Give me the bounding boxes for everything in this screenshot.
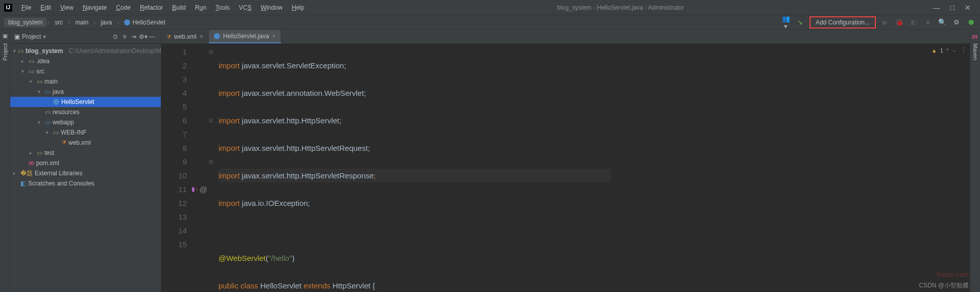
code-token: import	[218, 61, 242, 70]
chevron-up-icon: ^	[946, 47, 949, 54]
menu-build[interactable]: Build	[168, 2, 190, 13]
code-content[interactable]: import javax.servlet.ServletException; i…	[214, 44, 611, 292]
close-button[interactable]: ✕	[965, 4, 971, 12]
hammer-icon[interactable]: ↘	[795, 18, 805, 26]
tree-label: WEB-INF	[61, 129, 87, 136]
project-icon: ▣	[14, 33, 20, 40]
scratch-icon: ◧	[20, 180, 26, 187]
override-icon[interactable]	[192, 187, 194, 192]
tree-label: HelloServlet	[61, 98, 94, 105]
annotation-icon: @	[200, 182, 207, 196]
gear-icon[interactable]: ⚙▾	[138, 33, 148, 40]
tree-helloservlet[interactable]: HelloServlet	[10, 97, 161, 107]
tree-label: java	[53, 88, 64, 95]
tree-resources[interactable]: ▭resources	[10, 107, 161, 117]
fold-marker[interactable]: ⊟	[207, 155, 214, 169]
maven-icon: m	[29, 160, 34, 167]
inspection-widget[interactable]: ▲1 ^ ⌄	[932, 47, 957, 54]
module-icon: ▭	[18, 47, 23, 55]
menu-file[interactable]: File	[17, 2, 35, 13]
warning-icon: ▲	[932, 47, 937, 54]
class-icon	[53, 99, 59, 105]
minimize-button[interactable]: —	[933, 4, 940, 12]
maven-tool-icon[interactable]: m	[972, 33, 978, 39]
breadcrumb-src[interactable]: src	[51, 18, 67, 27]
tab-webxml[interactable]: ⧩web.xml×	[161, 30, 209, 43]
tree-idea[interactable]: ▸▭.idea	[10, 56, 161, 66]
menu-tools[interactable]: Tools	[211, 2, 234, 13]
line-number: 9	[161, 155, 187, 169]
tree-test[interactable]: ▸▭test	[10, 148, 161, 158]
app-icon: IJ	[4, 4, 12, 12]
fold-gutter: ⊟ ⊟ ⊟	[207, 44, 214, 292]
more-icon[interactable]: ⋮	[961, 46, 967, 53]
code-token: import	[218, 199, 242, 207]
menu-code[interactable]: Code	[112, 2, 135, 13]
code-token: HttpServlet	[332, 281, 372, 290]
window-controls: — □ ✕	[933, 4, 976, 12]
line-number: 7	[161, 127, 187, 141]
tree-pom[interactable]: mpom.xml	[10, 158, 161, 168]
menu-navigate[interactable]: Navigate	[79, 2, 111, 13]
add-configuration-button[interactable]: Add Configuration...	[810, 16, 876, 29]
run-icon[interactable]: ▶	[880, 18, 890, 26]
code-token: javax.servlet.ServletException;	[242, 61, 346, 70]
tree-main[interactable]: ▾▭main	[10, 76, 161, 87]
code-token: public class	[218, 281, 260, 290]
project-tool-label[interactable]: Project	[2, 43, 8, 61]
tree-scratches[interactable]: ◧Scratches and Consoles	[10, 178, 161, 189]
source-folder-icon: ▭	[45, 88, 51, 95]
chevron-right-icon: ›	[117, 19, 119, 26]
tree-webapp[interactable]: ▾▭webapp	[10, 117, 161, 127]
fold-marker[interactable]: ⊟	[207, 45, 214, 59]
project-title[interactable]: ▣ Project ▾	[14, 33, 111, 40]
code-editor[interactable]: 1 2 3 4 5 6 7 8 9 10 11 12 13 14 15 ↑@	[161, 44, 970, 292]
search-icon[interactable]: 🔍	[937, 18, 947, 26]
line-number: 3	[161, 72, 187, 86]
tree-external[interactable]: ▸�題External Libraries	[10, 168, 161, 178]
hide-icon[interactable]: —	[148, 33, 157, 40]
close-icon[interactable]: ×	[200, 33, 203, 40]
tree-label: Scratches and Consoles	[28, 180, 94, 187]
breadcrumb-file[interactable]: HelloServlet	[120, 18, 169, 27]
tree-webinf[interactable]: ▾▭WEB-INF	[10, 127, 161, 138]
tab-helloservlet[interactable]: HelloServlet.java×	[209, 30, 281, 43]
expand-all-icon[interactable]: ≡	[120, 33, 129, 40]
coverage-icon[interactable]: ◧	[909, 18, 919, 26]
collapse-all-icon[interactable]: ⇥	[129, 33, 138, 40]
menu-window[interactable]: Window	[257, 2, 287, 13]
maximize-button[interactable]: □	[950, 4, 954, 12]
tree-java[interactable]: ▾▭java	[10, 87, 161, 97]
code-token: import	[218, 89, 242, 97]
breadcrumb-root[interactable]: blog_system	[4, 18, 46, 27]
tree-root[interactable]: ▾▭blog_system C:\Users\Administrator\Des…	[10, 46, 161, 56]
shield-icon[interactable]: ⬢	[966, 18, 976, 26]
tree-src[interactable]: ▾▭src	[10, 66, 161, 76]
close-icon[interactable]: ×	[272, 33, 276, 40]
code-token: javax.servlet.http.HttpServlet;	[242, 116, 341, 125]
breadcrumb-java[interactable]: java	[96, 18, 116, 27]
menu-vcs[interactable]: VCS	[235, 2, 256, 13]
menu-edit[interactable]: Edit	[36, 2, 55, 13]
breadcrumb-file-label: HelloServlet	[132, 19, 165, 26]
menu-view[interactable]: View	[56, 2, 78, 13]
debug-icon[interactable]: 🐞	[894, 18, 904, 26]
project-tool-icon[interactable]: ▣	[3, 33, 8, 39]
implements-icon[interactable]: ↑	[195, 182, 199, 196]
breadcrumb-main[interactable]: main	[71, 18, 92, 27]
select-opened-icon[interactable]: ⊙	[111, 33, 120, 40]
menu-refactor[interactable]: Refactor	[136, 2, 167, 13]
fold-marker[interactable]: ⊟	[207, 114, 214, 127]
settings-icon[interactable]: ⚙	[951, 18, 962, 26]
right-stripe: m Maven	[970, 30, 980, 292]
tree-webxml[interactable]: ⧩web.xml	[10, 138, 161, 148]
menu-run[interactable]: Run	[191, 2, 210, 13]
users-icon[interactable]: 👥▾	[781, 15, 791, 30]
project-header: ▣ Project ▾ ⊙ ≡ ⇥ ⚙▾ —	[10, 30, 161, 44]
tree-root-path: C:\Users\Administrator\Desktop\MyJav	[69, 47, 161, 55]
maven-tool-label[interactable]: Maven	[972, 43, 978, 60]
menu-help[interactable]: Help	[287, 2, 308, 13]
stop-icon[interactable]: ■	[923, 18, 933, 26]
titlebar: IJ File Edit View Navigate Code Refactor…	[0, 0, 980, 15]
navbar-right: 👥▾ ↘ Add Configuration... ▶ 🐞 ◧ ■ 🔍 ⚙ ⬢	[781, 15, 976, 30]
